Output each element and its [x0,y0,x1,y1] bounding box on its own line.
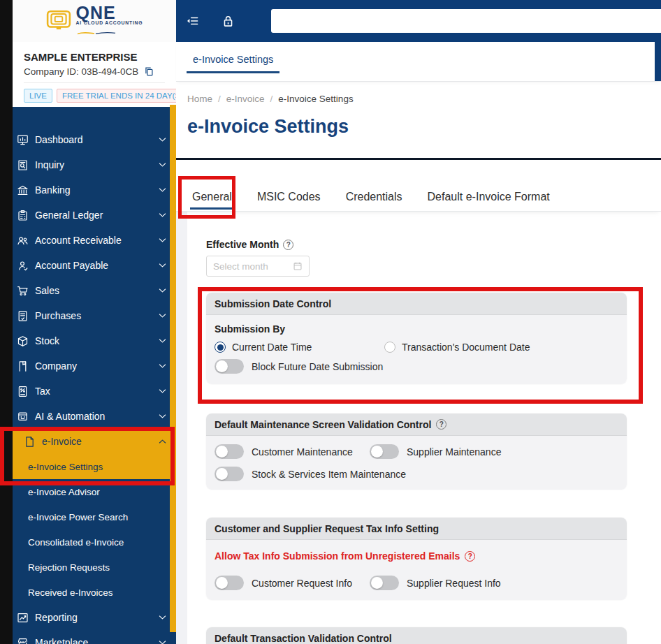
toggle-knob [216,468,228,480]
sidebar-item-account-receivable[interactable]: Account Receivable [13,228,176,253]
sidebar-item-tax[interactable]: Tax [13,379,176,404]
banking-icon [17,184,29,196]
sidebar-item-label: General Ledger [35,210,103,221]
sidebar-item-marketplace[interactable]: Marketplace [13,630,176,644]
sidebar-item-label: Account Receivable [35,235,122,246]
settings-panel: GeneralMSIC CodesCredentialsDefault e-In… [176,158,661,644]
help-icon[interactable]: ? [283,240,293,250]
tab-msic-codes[interactable]: MSIC Codes [255,191,323,211]
sidebar-item-e-invoice-advisor[interactable]: e-Invoice Advisor [13,479,176,504]
breadcrumb-item-home[interactable]: Home [187,93,212,105]
calendar-icon [293,261,303,271]
toggle-label: Customer Maintenance [252,446,353,458]
qne-logo[interactable]: QNE AI CLOUD ACCOUNTING [13,0,176,42]
radio-unselected-icon[interactable] [384,342,395,353]
sidebar-menu: DashboardInquiryBankingGeneral LedgerAcc… [13,107,176,644]
left-gutter [176,212,187,644]
chevron-down-icon [159,338,166,344]
sidebar-item-purchases[interactable]: Purchases [13,303,176,328]
sidebar-item-banking[interactable]: Banking [13,177,176,203]
open-tab-e-invoice-settings[interactable]: e-Invoice Settings [187,54,279,73]
ai-automation-icon [17,411,29,423]
sidebar-item-e-invoice[interactable]: e-Invoice [13,429,176,454]
chevron-down-icon [159,363,166,369]
page-title: e-Invoice Settings [187,114,650,139]
search-input[interactable] [271,9,661,33]
sidebar-item-label: Tax [35,386,50,397]
sidebar-item-ai-automation[interactable]: AI & Automation [13,404,176,429]
company-id: Company ID: 03B-494-0CB [24,66,138,77]
menu-fold-icon[interactable] [185,15,200,27]
chevron-down-icon [159,162,166,168]
sales-icon [17,285,29,297]
sidebar-item-company[interactable]: Company [13,353,176,379]
sidebar-item-label: Received e-Invoices [28,587,113,598]
chevron-down-icon [159,212,166,218]
main-column: e-Invoice Settings Home/e-Invoice/e-Invo… [176,0,661,644]
toggle-customer-maintenance[interactable] [215,444,244,459]
sidebar-item-inquiry[interactable]: Inquiry [13,152,176,177]
breadcrumb-item-e-invoice-settings[interactable]: e-Invoice Settings [278,93,353,105]
brand-tagline: AI CLOUD ACCOUNTING [76,20,143,25]
submission-by-radio-group: Current Date TimeTransaction's Document … [215,342,618,353]
unregistered-emails-warning: Allow Tax Info Submission from Unregiste… [215,550,460,562]
toggle-supplier-request-info[interactable] [370,576,399,590]
help-icon[interactable]: ? [465,551,475,562]
lock-icon[interactable] [221,15,235,28]
tab-credentials[interactable]: Credentials [344,191,405,211]
radio-label: Current Date Time [232,342,312,353]
chevron-down-icon [159,313,166,319]
toggle-supplier-maintenance[interactable] [370,444,399,459]
toggle-knob [371,577,383,589]
sidebar-item-sales[interactable]: Sales [13,278,176,303]
chevron-down-icon [159,263,166,268]
tabstrip-right-block [655,42,661,81]
sidebar-item-label: Marketplace [35,637,88,644]
sidebar-item-general-ledger[interactable]: General Ledger [13,203,176,228]
help-icon[interactable]: ? [436,419,446,430]
chevron-down-icon [159,414,166,419]
sidebar-item-label: Dashboard [35,134,83,145]
toggle-label: Customer Request Info [252,578,352,589]
tab-general[interactable]: General [190,191,234,210]
sidebar-item-label: Account Payable [35,260,108,271]
sidebar-item-stock[interactable]: Stock [13,328,176,353]
live-badge: LIVE [24,89,52,103]
chevron-down-icon [159,388,166,394]
trial-badge: FREE TRIAL ENDS IN 24 DAY(S) [57,89,176,103]
radio-option-current-date-time[interactable]: Current Date Time [215,342,384,353]
radio-option-transaction-s-document-date[interactable]: Transaction's Document Date [384,342,530,353]
sidebar-item-reporting[interactable]: Reporting [13,605,176,630]
toggle-customer-request-info[interactable] [215,576,244,590]
sidebar-item-received-e-invoices[interactable]: Received e-Invoices [13,580,176,605]
sidebar-item-label: Stock [35,335,59,346]
sidebar-item-e-invoice-power-search[interactable]: e-Invoice Power Search [13,504,176,529]
toggle-block-future-date-submission[interactable] [215,359,244,374]
copy-icon[interactable] [144,66,154,77]
sidebar-item-e-invoice-settings[interactable]: e-Invoice Settings [13,454,176,479]
chevron-down-icon [159,640,166,644]
sidebar-item-consolidated-e-invoice[interactable]: Consolidated e-Invoice [13,529,176,555]
toggle-knob [216,577,228,589]
dashboard-icon [17,134,29,146]
effective-month-label: Effective Month [206,239,279,250]
chevron-up-icon [159,439,166,444]
sidebar-item-label: Sales [35,285,59,296]
effective-month-input[interactable]: Select month [206,256,310,277]
toggle-knob [216,446,228,458]
sidebar-item-label: Consolidated e-Invoice [28,537,124,548]
general-ledger-icon [17,210,29,221]
breadcrumb-item-e-invoice[interactable]: e-Invoice [226,93,265,105]
radio-selected-icon[interactable] [215,342,226,353]
toggle-label: Supplier Maintenance [407,446,501,458]
brand-name: QNE [76,5,143,20]
tab-default-e-invoice-format[interactable]: Default e-Invoice Format [426,191,552,211]
sidebar-item-account-payable[interactable]: Account Payable [13,253,176,278]
toggle-label: Stock & Services Item Maintenance [252,469,406,480]
brand-text: QNE AI CLOUD ACCOUNTING [76,5,143,38]
company-info: SAMPLE ENTERPRISE Company ID: 03B-494-0C… [13,42,176,107]
toggle-stock-services-item-maintenance[interactable] [215,467,244,481]
toggle-knob [216,360,228,372]
sidebar-item-rejection-requests[interactable]: Rejection Requests [13,555,176,580]
sidebar-item-dashboard[interactable]: Dashboard [13,127,176,152]
